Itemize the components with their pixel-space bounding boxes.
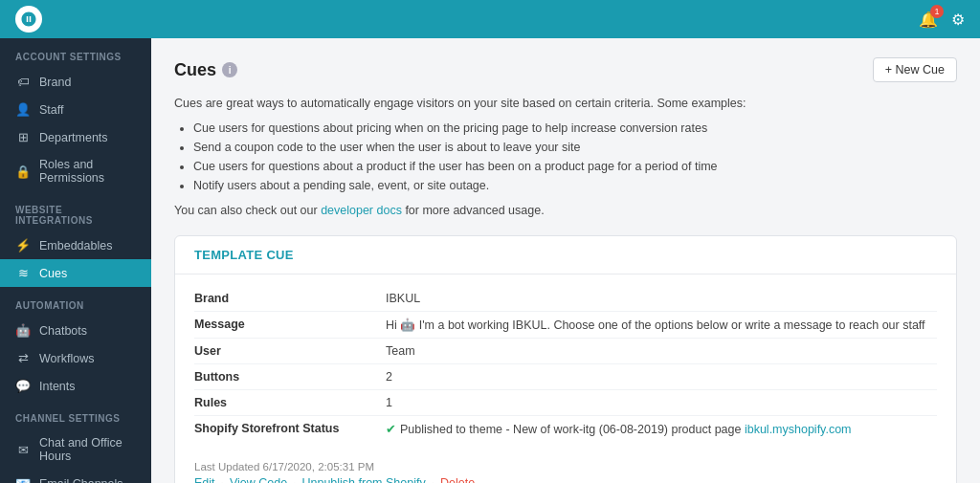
shopify-link[interactable]: ibkul.myshopify.com <box>745 423 852 436</box>
sidebar-item-label: Embeddables <box>39 239 112 252</box>
cue-row: UserTeam <box>194 339 937 364</box>
last-updated: Last Updated 6/17/2020, 2:05:31 PM <box>194 461 937 472</box>
sidebar-item-embeddables[interactable]: ⚡Embeddables <box>0 231 151 259</box>
check-icon: ✔ <box>386 423 396 436</box>
settings-icon[interactable]: ⚙ <box>951 11 965 29</box>
cue-card-title: TEMPLATE CUE <box>194 248 294 262</box>
departments-icon: ⊞ <box>15 130 31 144</box>
cue-field-value: 1 <box>386 396 937 409</box>
cue-action-edit[interactable]: Edit <box>194 476 215 483</box>
new-cue-button[interactable]: + New Cue <box>873 57 957 82</box>
sidebar-item-label: Departments <box>39 131 108 144</box>
embeddables-icon: ⚡ <box>15 238 31 252</box>
sidebar-item-intents[interactable]: 💬Intents <box>0 372 151 400</box>
description-bullet: Cue users for questions about pricing wh… <box>193 119 957 138</box>
sidebar-item-workflows[interactable]: ⇄Workflows <box>0 344 151 372</box>
description-footer: You can also check out our developer doc… <box>174 201 957 220</box>
sidebar-section-title: CHANNEL SETTINGS <box>0 400 151 429</box>
sidebar-item-label: Brand <box>39 76 71 89</box>
sidebar-item-email-channels[interactable]: 📧Email Channels <box>0 470 151 483</box>
notification-bell-icon[interactable]: 🔔 1 <box>919 11 938 29</box>
cue-row: Rules1 <box>194 390 937 416</box>
chat-office-hours-icon: ✉ <box>15 443 31 457</box>
sidebar-item-label: Cues <box>39 267 67 280</box>
cue-field-value: Team <box>386 344 937 358</box>
cue-action-delete[interactable]: Delete <box>440 476 475 483</box>
sidebar-section-title: AUTOMATION <box>0 287 151 317</box>
sidebar-item-cues[interactable]: ≋Cues <box>0 259 151 287</box>
cue-field-label: Buttons <box>194 370 386 384</box>
app-layout: ACCOUNT SETTINGS🏷Brand👤Staff⊞Departments… <box>0 38 980 483</box>
intents-icon: 💬 <box>15 379 31 393</box>
topbar-icons: 🔔 1 ⚙ <box>919 11 965 29</box>
app-logo[interactable] <box>15 6 42 33</box>
cue-card-header: TEMPLATE CUE <box>175 236 956 274</box>
sidebar-item-label: Intents <box>39 380 76 393</box>
cue-action-unpublish-from-shopify[interactable]: Unpublish from Shopify <box>301 476 425 483</box>
sidebar-item-label: Workflows <box>39 352 94 365</box>
sidebar-item-brand[interactable]: 🏷Brand <box>0 68 151 96</box>
staff-icon: 👤 <box>15 102 31 117</box>
email-channels-icon: 📧 <box>15 476 31 483</box>
cue-action-view-code[interactable]: View Code <box>230 476 287 483</box>
info-icon[interactable]: i <box>222 62 237 77</box>
workflows-icon: ⇄ <box>15 351 31 365</box>
cues-icon: ≋ <box>15 266 31 280</box>
sidebar-item-chatbots[interactable]: 🤖Chatbots <box>0 317 151 344</box>
cue-actions: Edit·View Code·Unpublish from Shopify·De… <box>194 476 937 483</box>
sidebar-item-staff[interactable]: 👤Staff <box>0 96 151 123</box>
cue-footer: Last Updated 6/17/2020, 2:05:31 PMEdit·V… <box>175 453 956 483</box>
cue-row: Shopify Storefront Status✔Published to t… <box>194 416 937 442</box>
cue-row: BrandIBKUL <box>194 286 937 312</box>
action-separator: · <box>293 476 296 483</box>
cue-row: Buttons2 <box>194 364 937 390</box>
sidebar-item-label: Roles and Permissions <box>39 158 136 185</box>
cue-card-template-cue: TEMPLATE CUEBrandIBKULMessageHi 🤖 I'm a … <box>174 235 957 483</box>
cue-card-body: BrandIBKULMessageHi 🤖 I'm a bot working … <box>175 274 956 453</box>
cue-field-label: Shopify Storefront Status <box>194 422 386 436</box>
sidebar-item-label: Chatbots <box>39 324 87 338</box>
brand-icon: 🏷 <box>15 75 31 89</box>
cue-field-label: Message <box>194 318 386 332</box>
roles-permissions-icon: 🔒 <box>15 165 31 179</box>
notification-badge: 1 <box>930 5 944 18</box>
cue-field-value: Hi 🤖 I'm a bot working IBKUL. Choose one… <box>386 318 937 332</box>
sidebar-item-departments[interactable]: ⊞Departments <box>0 123 151 151</box>
description-bullet: Send a coupon code to the user when the … <box>193 138 957 157</box>
main-content: Cues i + New Cue Cues are great ways to … <box>151 38 980 483</box>
description-bullets: Cue users for questions about pricing wh… <box>193 119 957 195</box>
description-box: Cues are great ways to automatically eng… <box>174 94 957 220</box>
cue-field-value: ✔Published to theme - New of work-itg (0… <box>386 422 937 436</box>
page-header: Cues i + New Cue <box>174 57 957 82</box>
description-intro: Cues are great ways to automatically eng… <box>174 97 746 110</box>
cue-field-label: Brand <box>194 292 386 305</box>
cue-field-label: User <box>194 344 386 358</box>
chatbots-icon: 🤖 <box>15 323 31 338</box>
sidebar: ACCOUNT SETTINGS🏷Brand👤Staff⊞Departments… <box>0 38 151 483</box>
description-bullet: Cue users for questions about a product … <box>193 157 957 176</box>
action-separator: · <box>432 476 434 483</box>
sidebar-item-roles-permissions[interactable]: 🔒Roles and Permissions <box>0 151 151 191</box>
developer-docs-link[interactable]: developer docs <box>321 204 402 217</box>
page-title-row: Cues i <box>174 60 237 80</box>
sidebar-section-title: WEBSITE INTEGRATIONS <box>0 191 151 231</box>
sidebar-item-label: Email Channels <box>39 477 123 484</box>
cue-field-value: IBKUL <box>386 292 937 305</box>
cue-row: MessageHi 🤖 I'm a bot working IBKUL. Cho… <box>194 312 937 339</box>
cue-cards-container: TEMPLATE CUEBrandIBKULMessageHi 🤖 I'm a … <box>174 235 957 483</box>
topbar: 🔔 1 ⚙ <box>0 0 980 38</box>
page-title: Cues <box>174 60 216 80</box>
sidebar-item-label: Chat and Office Hours <box>39 436 136 463</box>
sidebar-item-chat-office-hours[interactable]: ✉Chat and Office Hours <box>0 429 151 470</box>
description-bullet: Notify users about a pending sale, event… <box>193 176 957 195</box>
sidebar-section-title: ACCOUNT SETTINGS <box>0 38 151 68</box>
cue-field-label: Rules <box>194 396 386 409</box>
cue-field-value: 2 <box>386 370 937 384</box>
action-separator: · <box>221 476 224 483</box>
sidebar-item-label: Staff <box>39 103 63 117</box>
